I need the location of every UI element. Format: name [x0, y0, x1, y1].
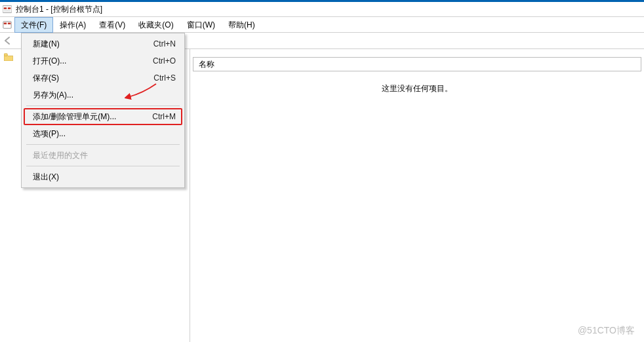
menu-separator [26, 105, 180, 106]
list-column-name: 名称 [199, 59, 214, 70]
menu-file[interactable]: 文件(F) [14, 17, 53, 33]
menuitem-options[interactable]: 选项(P)... [24, 125, 182, 142]
svg-rect-4 [3, 21, 11, 28]
svg-rect-1 [4, 7, 7, 9]
menuitem-accel: Ctrl+S [140, 72, 176, 84]
menubar: 文件(F) 操作(A) 查看(V) 收藏夹(O) 窗口(W) 帮助(H) [0, 17, 644, 33]
menuitem-label: 保存(S) [33, 72, 59, 84]
folder-icon [4, 53, 13, 61]
menuitem-label: 新建(N) [33, 38, 60, 50]
menu-fav[interactable]: 收藏夹(O) [132, 17, 180, 33]
window-title: 控制台1 - [控制台根节点] [16, 4, 102, 15]
file-dropdown: 新建(N) Ctrl+N 打开(O)... Ctrl+O 保存(S) Ctrl+… [21, 33, 185, 188]
menuitem-new[interactable]: 新建(N) Ctrl+N [24, 35, 182, 52]
mmc-icon [3, 5, 12, 14]
menuitem-label: 最近使用的文件 [33, 149, 88, 161]
svg-rect-2 [8, 7, 10, 9]
back-icon[interactable] [3, 35, 13, 46]
menu-help[interactable]: 帮助(H) [222, 17, 262, 33]
svg-rect-7 [4, 54, 7, 56]
doc-icon [3, 20, 12, 29]
menu-action[interactable]: 操作(A) [53, 17, 92, 33]
menuitem-add-remove-snapin[interactable]: 添加/删除管理单元(M)... Ctrl+M [24, 108, 182, 125]
watermark: @51CTO博客 [578, 325, 635, 337]
menu-separator [26, 144, 180, 145]
menuitem-label: 添加/删除管理单元(M)... [33, 111, 116, 123]
menuitem-accel: Ctrl+N [140, 38, 176, 50]
list-pane: 名称 这里没有任何项目。 [190, 49, 644, 342]
menuitem-label: 退出(X) [33, 171, 59, 183]
svg-rect-5 [4, 22, 7, 24]
menuitem-recent: 最近使用的文件 [24, 147, 182, 164]
menuitem-save[interactable]: 保存(S) Ctrl+S [24, 69, 182, 86]
menu-view[interactable]: 查看(V) [92, 17, 132, 33]
menuitem-label: 另存为(A)... [33, 89, 73, 101]
list-empty-message: 这里没有任何项目。 [190, 83, 644, 94]
window-titlebar: 控制台1 - [控制台根节点] [0, 0, 644, 17]
menuitem-exit[interactable]: 退出(X) [24, 168, 182, 185]
menuitem-saveas[interactable]: 另存为(A)... [24, 86, 182, 104]
menu-separator [26, 166, 180, 166]
menu-window[interactable]: 窗口(W) [180, 17, 222, 33]
menuitem-label: 打开(O)... [33, 55, 66, 67]
svg-rect-3 [4, 10, 11, 12]
menuitem-label: 选项(P)... [33, 128, 66, 140]
list-column-header[interactable]: 名称 [193, 57, 641, 71]
menuitem-accel: Ctrl+M [139, 111, 176, 123]
svg-rect-6 [8, 22, 10, 24]
menuitem-accel: Ctrl+O [140, 55, 176, 67]
menuitem-open[interactable]: 打开(O)... Ctrl+O [24, 52, 182, 69]
